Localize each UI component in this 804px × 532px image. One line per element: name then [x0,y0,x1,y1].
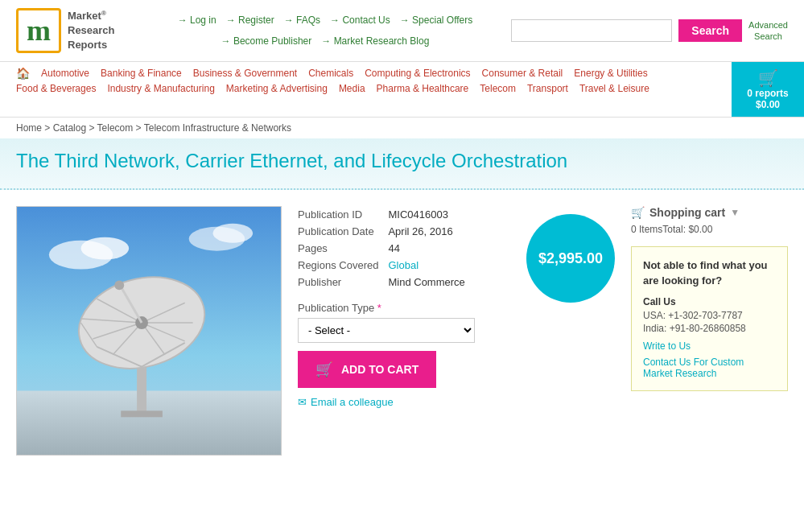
header: m Market® Research Reports → Log in → Re… [0,0,804,62]
cat-marketing[interactable]: Marketing & Advertising [226,83,328,94]
pages-row: Pages 44 [298,240,465,257]
cat-row2: Food & Beverages Industry & Manufacturin… [16,83,715,99]
breadcrumb-telecom[interactable]: Telecom [97,122,134,134]
add-to-cart-button[interactable]: 🛒 ADD TO CART [298,351,436,388]
cat-energy[interactable]: Energy & Utilities [574,68,647,79]
product-details: Publication ID MIC0416003 Publication Da… [298,206,513,408]
main-content: Publication ID MIC0416003 Publication Da… [0,190,804,472]
pub-type-section: Publication Type * - Select - Single Use… [298,302,513,343]
shopping-cart-section: 🛒 Shopping cart ▼ 0 ItemsTotal: $0.00 [631,206,788,235]
nav-contact[interactable]: → Contact Us [330,14,390,26]
logo-text: Market® Research Reports [68,9,115,53]
nav-blog[interactable]: → Market Research Blog [321,35,429,47]
price-circle: $2,995.00 [526,214,615,303]
meta-table: Publication ID MIC0416003 Publication Da… [298,206,465,291]
cart-badge[interactable]: 🛒 0 reports $0.00 [732,62,804,117]
regions-value[interactable]: Global [388,257,464,274]
breadcrumb-sep3: > [136,122,144,134]
shopping-cart-header: 🛒 Shopping cart ▼ [631,206,788,219]
pub-type-select[interactable]: - Select - Single User PDF Multi User PD… [298,318,475,343]
cart-count: 0 reports [747,88,788,99]
search-button[interactable]: Search [678,19,742,42]
email-icon: ✉ [298,396,307,408]
logo-letter: m [27,14,51,47]
svg-rect-7 [121,411,163,418]
nav-register[interactable]: → Register [226,14,274,26]
cat-transport[interactable]: Transport [527,83,568,94]
cart-summary: 0 ItemsTotal: $0.00 [631,224,788,235]
email-colleague-link[interactable]: ✉ Email a colleague [298,396,394,408]
breadcrumb-home[interactable]: Home [16,122,42,134]
nav-become-publisher[interactable]: → Become Publisher [221,35,312,47]
cat-automotive[interactable]: Automotive [41,68,89,79]
right-sidebar: 🛒 Shopping cart ▼ 0 ItemsTotal: $0.00 No… [631,206,788,390]
svg-rect-5 [17,391,281,455]
call-us-label: Call Us [643,296,776,307]
cat-pharma[interactable]: Pharma & Healthcare [377,83,469,94]
cat-business[interactable]: Business & Government [193,68,297,79]
search-area: Search AdvancedSearch [511,19,788,43]
shopping-cart-icon: 🛒 [631,206,645,219]
help-box: Not able to find what you are looking fo… [631,246,788,390]
svg-point-18 [135,317,148,330]
pub-date-label: Publication Date [298,223,388,240]
cat-row1-wrap: 🏠 Automotive Banking & Finance Business … [0,62,732,117]
category-nav: 🏠 Automotive Banking & Finance Business … [0,62,804,118]
search-input[interactable] [511,19,672,42]
logo-line1: Market [68,10,101,22]
publisher-label: Publisher [298,274,388,291]
pages-value: 44 [388,240,464,257]
logo-line3: Reports [68,39,107,51]
custom-research-link[interactable]: Contact Us For Custom Market Research [643,357,776,379]
pub-id-row: Publication ID MIC0416003 [298,206,465,223]
logo-registered: ® [101,10,106,17]
breadcrumb: Home > Catalog > Telecom > Telecom Infra… [0,118,804,138]
price-value: $2,995.00 [538,250,603,267]
breadcrumb-sub[interactable]: Telecom Infrastructure & Networks [144,122,291,134]
nav-special-offers[interactable]: → Special Offers [400,14,473,26]
nav-faqs[interactable]: → FAQs [284,14,320,26]
help-title: Not able to find what you are looking fo… [643,258,776,287]
publisher-row: Publisher Mind Commerce [298,274,465,291]
cart-icon: 🛒 [758,68,778,88]
write-to-us-link[interactable]: Write to Us [643,340,776,352]
cart-dropdown-icon[interactable]: ▼ [730,207,740,218]
cat-food[interactable]: Food & Beverages [16,83,96,94]
cat-banking[interactable]: Banking & Finance [101,68,182,79]
home-icon[interactable]: 🏠 [16,67,30,80]
phone-usa: USA: +1-302-703-7787 [643,310,776,321]
svg-point-20 [114,281,124,291]
pub-date-value: April 26, 2016 [388,223,464,240]
cat-chemicals[interactable]: Chemicals [308,68,353,79]
logo-line2: Research [68,24,115,36]
page-title-section: The Third Network, Carrier Ethernet, and… [0,138,804,190]
top-nav: → Log in → Register → FAQs → Contact Us … [139,14,512,47]
cat-media[interactable]: Media [339,83,365,94]
svg-point-2 [81,237,130,260]
breadcrumb-sep1: > [44,122,52,134]
breadcrumb-catalog[interactable]: Catalog [53,122,86,134]
cat-industry[interactable]: Industry & Manufacturing [107,83,214,94]
regions-row: Regions Covered Global [298,257,465,274]
shopping-cart-title: Shopping cart [649,206,725,219]
price-area: $2,995.00 [526,206,615,408]
advanced-search-link[interactable]: AdvancedSearch [748,19,788,43]
phone-india: India: +91-80-26860858 [643,323,776,334]
cat-computing[interactable]: Computing & Electronics [365,68,470,79]
add-to-cart-label: ADD TO CART [341,363,418,376]
cat-consumer[interactable]: Consumer & Retail [482,68,563,79]
details-price: Publication ID MIC0416003 Publication Da… [298,206,615,408]
cat-telecom[interactable]: Telecom [480,83,516,94]
nav-login[interactable]: → Log in [178,14,216,26]
product-image-svg [16,206,282,456]
logo[interactable]: m Market® Research Reports [16,8,115,53]
pub-type-required: * [377,302,381,314]
breadcrumb-sep2: > [89,122,97,134]
pub-type-label: Publication Type * [298,302,513,314]
publisher-value: Mind Commerce [388,274,464,291]
cat-row1: 🏠 Automotive Banking & Finance Business … [16,67,715,80]
logo-box: m [16,8,61,53]
cat-travel[interactable]: Travel & Leisure [579,83,649,94]
email-colleague-label: Email a colleague [311,396,394,408]
pages-label: Pages [298,240,388,257]
